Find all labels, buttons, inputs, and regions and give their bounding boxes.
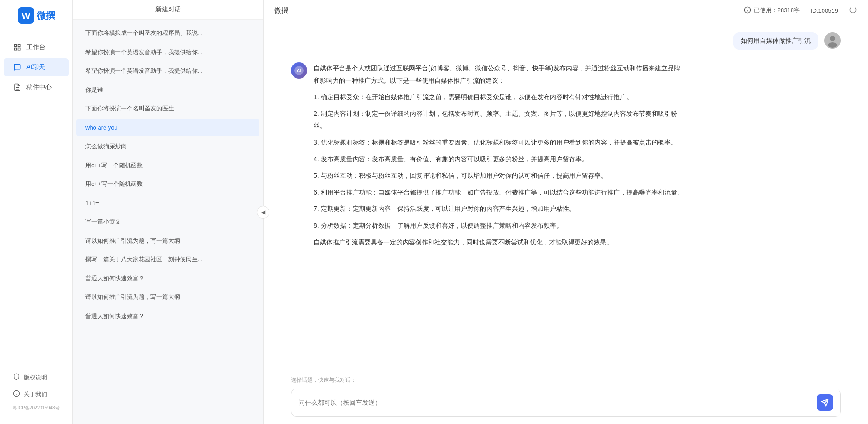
- middle-panel: 新建对话 下面你将模拟成一个叫圣友的程序员、我说...希望你扮演一个英语发音助手…: [73, 0, 264, 424]
- input-area: 选择话题，快速与我对话：: [264, 369, 868, 424]
- svg-point-17: [828, 42, 837, 48]
- chat-list-item[interactable]: 你是谁: [76, 81, 259, 99]
- shield-icon: [13, 373, 20, 382]
- chat-icon: [13, 63, 22, 72]
- sidebar-item-ai-chat-label: AI聊天: [26, 63, 45, 71]
- svg-rect-3: [18, 44, 20, 46]
- document-icon: [13, 83, 22, 92]
- chat-list-item[interactable]: who are you: [76, 119, 259, 137]
- sidebar-item-about-label: 关于我们: [24, 390, 47, 399]
- chat-list-item[interactable]: 下面你将模拟成一个叫圣友的程序员、我说...: [76, 24, 259, 42]
- ai-avatar: AI: [291, 62, 307, 79]
- usage-stat: 已使用：28318字: [744, 6, 800, 15]
- user-message-content: 如何用自媒体做推广引流: [733, 32, 818, 50]
- collapse-button[interactable]: ◀: [257, 206, 269, 219]
- logo-text: 微撰: [37, 10, 55, 22]
- svg-point-16: [830, 36, 835, 41]
- sidebar-item-ai-chat[interactable]: AI聊天: [4, 58, 69, 76]
- sidebar-item-workbench-label: 工作台: [26, 43, 45, 51]
- topbar-title: 微撰: [274, 6, 288, 15]
- svg-rect-2: [14, 44, 16, 46]
- chat-list-item[interactable]: 用c++写一个随机函数: [76, 175, 259, 193]
- chat-list-item[interactable]: 撰写一篇关于八大家花园社区一刻钟便民生...: [76, 250, 259, 269]
- ai-message-row: AI 自媒体平台是个人或团队通过互联网平台(如博客、微博、微信公众号、抖音、快手…: [291, 62, 841, 253]
- svg-text:W: W: [21, 11, 30, 21]
- sidebar: W 微撰 工作台 AI聊天: [0, 0, 73, 424]
- info-icon: [744, 6, 751, 15]
- chat-list-item[interactable]: 希望你扮演一个英语发音助手，我提供给你...: [76, 43, 259, 61]
- sidebar-item-workbench[interactable]: 工作台: [4, 38, 69, 56]
- svg-text:AI: AI: [297, 68, 302, 73]
- chat-list-item[interactable]: 请以如何推广引流为题，写一篇大纲: [76, 288, 259, 306]
- grid-icon: [13, 43, 22, 52]
- info-circle-icon: [13, 390, 20, 399]
- send-button[interactable]: [817, 394, 833, 411]
- usage-label: 已使用：28318字: [754, 6, 800, 15]
- chat-list-item[interactable]: 1+1=: [76, 194, 259, 212]
- chat-list-item[interactable]: 请以如何推广引流为题，写一篇大纲: [76, 232, 259, 250]
- svg-rect-5: [18, 48, 20, 50]
- input-box: [291, 389, 841, 417]
- id-label: ID:100519: [811, 7, 838, 14]
- message-input[interactable]: [299, 399, 812, 406]
- sidebar-item-copyright[interactable]: 版权说明: [4, 369, 69, 385]
- svg-rect-4: [14, 48, 16, 50]
- logo-icon: W: [18, 7, 34, 24]
- top-bar: 微撰 已使用：28318字 ID:100519: [264, 0, 868, 21]
- sidebar-item-drafts-label: 稿件中心: [26, 83, 52, 91]
- sidebar-item-about[interactable]: 关于我们: [4, 386, 69, 402]
- power-icon[interactable]: [849, 5, 857, 15]
- sidebar-item-copyright-label: 版权说明: [24, 374, 47, 382]
- sidebar-item-drafts[interactable]: 稿件中心: [4, 78, 69, 96]
- sidebar-bottom: 版权说明 关于我们 粤ICP备2022015948号: [0, 369, 72, 417]
- logo-area: W 微撰: [10, 7, 62, 24]
- quick-prompts-label: 选择话题，快速与我对话：: [291, 376, 841, 384]
- chat-list-item[interactable]: 希望你扮演一个英语发音助手，我提供给你...: [76, 62, 259, 80]
- chat-list-item[interactable]: 下面你将扮演一个名叫圣友的医生: [76, 100, 259, 118]
- icp-text: 粤ICP备2022015948号: [0, 403, 72, 413]
- new-chat-button[interactable]: 新建对话: [73, 0, 263, 20]
- main-content: 微撰 已使用：28318字 ID:100519: [264, 0, 868, 424]
- nav-items: 工作台 AI聊天 稿件中心: [0, 38, 72, 369]
- chat-list-item[interactable]: 普通人如何快速致富？: [76, 269, 259, 288]
- ai-message-content: 自媒体平台是个人或团队通过互联网平台(如博客、微博、微信公众号、抖音、快手等)发…: [314, 62, 686, 253]
- messages-area: 如何用自媒体做推广引流 AI 自媒体平台是个人或团队通过互联网平台(如博客、微博…: [264, 21, 868, 369]
- topbar-right: 已使用：28318字 ID:100519: [744, 5, 857, 15]
- chat-list-item[interactable]: 用c++写一个随机函数: [76, 156, 259, 175]
- user-message-row: 如何用自媒体做推广引流: [291, 32, 841, 50]
- chat-list: 下面你将模拟成一个叫圣友的程序员、我说...希望你扮演一个英语发音助手，我提供给…: [73, 20, 263, 424]
- chat-list-item[interactable]: 普通人如何快速致富？: [76, 307, 259, 325]
- user-avatar: [824, 32, 841, 49]
- chat-list-item[interactable]: 写一篇小黄文: [76, 213, 259, 231]
- chat-list-item[interactable]: 怎么做狗屎炒肉: [76, 137, 259, 155]
